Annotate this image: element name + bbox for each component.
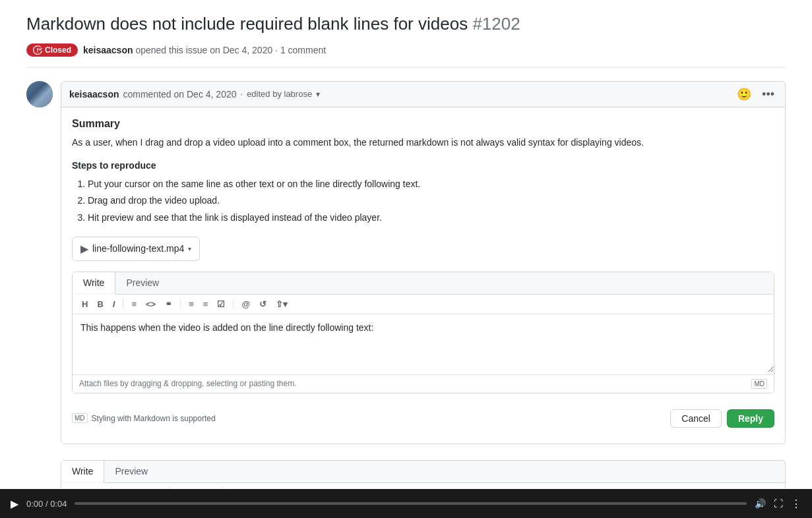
link-button[interactable]: ⚭ — [162, 299, 175, 310]
meta-opened-text: opened this issue on Dec 4, 2020 · 1 com… — [135, 45, 326, 55]
comment-more-button[interactable]: ••• — [759, 87, 777, 101]
attachment-button[interactable]: ⇧▾ — [273, 299, 290, 310]
ref-button[interactable]: ↺ — [257, 299, 269, 310]
play-button[interactable]: ▶ — [11, 498, 18, 510]
heading-button[interactable]: H — [79, 299, 90, 310]
reply-action-buttons: Cancel Reply — [670, 409, 774, 428]
volume-icon: 🔊 — [755, 498, 766, 509]
toolbar-divider — [123, 299, 123, 309]
issue-title-text: Markdown does not include required blank… — [26, 14, 468, 34]
issue-title: Markdown does not include required blank… — [26, 13, 786, 36]
editor-tabs: Write Preview — [73, 272, 774, 295]
markdown-badge-icon: MD — [72, 413, 88, 423]
second-tab-write[interactable]: Write — [61, 461, 104, 483]
reply-actions: MD Styling with Markdown is supported Ca… — [72, 404, 774, 433]
toolbar-divider-2 — [180, 299, 181, 309]
time-display: 0:00 / 0:04 — [26, 499, 67, 509]
video-file-icon: ▶ — [80, 243, 88, 255]
italic-button[interactable]: I — [110, 299, 118, 310]
second-editor-tabs: Write Preview — [61, 461, 785, 483]
cancel-button[interactable]: Cancel — [670, 409, 722, 428]
markdown-label-text: Styling with Markdown is supported — [92, 414, 216, 423]
task-list-button[interactable]: ☑ — [214, 299, 228, 310]
comment-username: keisaacson — [69, 89, 119, 100]
reply-editor: Write Preview H B I ≡ <> ⚭ ≡ ≡ ☑ @ — [72, 272, 774, 393]
list-item: Hit preview and see that the link is dis… — [88, 210, 774, 226]
emoji-reaction-button[interactable]: 🙂 — [734, 87, 754, 101]
comment-header: keisaacson commented on Dec 4, 2020 · ed… — [61, 82, 785, 107]
toolbar-divider-3 — [233, 299, 234, 309]
avatar-image — [26, 81, 53, 107]
reply-button[interactable]: Reply — [727, 409, 774, 428]
status-badge: Closed — [26, 43, 78, 57]
second-tab-preview[interactable]: Preview — [104, 461, 158, 483]
issue-meta: Closed keisaacson opened this issue on D… — [26, 43, 786, 68]
smiley-icon: 🙂 — [737, 88, 751, 101]
mention-button[interactable]: @ — [239, 299, 253, 310]
video-more-button[interactable]: ⋮ — [791, 498, 801, 510]
markdown-hint: MD Styling with Markdown is supported — [72, 413, 216, 423]
tab-preview[interactable]: Preview — [115, 272, 170, 295]
markdown-icon: MD — [751, 379, 767, 389]
ordered-list-button[interactable]: ≡ — [201, 299, 211, 310]
issue-number: #1202 — [472, 14, 520, 34]
attachment-chevron-icon: ▾ — [188, 245, 191, 252]
steps-list: Put your cursor on the same line as othe… — [72, 176, 774, 226]
bold-button[interactable]: B — [94, 299, 106, 310]
issue-meta-text: keisaacson opened this issue on Dec 4, 2… — [83, 45, 326, 55]
summary-text: As a user, when I drag and drop a video … — [72, 135, 774, 150]
unordered-list-button[interactable]: ≡ — [186, 299, 197, 310]
attachment-filename: line-following-text.mp4 — [92, 243, 184, 254]
comment-thread: keisaacson commented on Dec 4, 2020 · ed… — [26, 81, 786, 444]
fullscreen-icon: ⛶ — [774, 498, 783, 509]
comment-header-info: keisaacson commented on Dec 4, 2020 · ed… — [69, 89, 320, 100]
comment-header-actions: 🙂 ••• — [734, 87, 777, 101]
video-attachment[interactable]: ▶ line-following-text.mp4 ▾ — [72, 237, 200, 261]
meta-username-link[interactable]: keisaacson — [83, 45, 133, 55]
progress-bar[interactable] — [75, 502, 747, 505]
attach-hint: Attach files by dragging & dropping, sel… — [79, 379, 297, 388]
list-item: Put your cursor on the same line as othe… — [88, 176, 774, 192]
status-label: Closed — [45, 45, 71, 55]
volume-button[interactable]: 🔊 — [755, 498, 766, 509]
summary-heading: Summary — [72, 118, 774, 130]
editor-footer: Attach files by dragging & dropping, sel… — [73, 374, 774, 393]
more-icon: ••• — [762, 88, 774, 101]
fullscreen-button[interactable]: ⛶ — [774, 498, 783, 509]
quote-button[interactable]: ≡ — [129, 299, 139, 310]
comment-box: keisaacson commented on Dec 4, 2020 · ed… — [61, 81, 786, 444]
play-icon: ▶ — [11, 498, 18, 509]
video-more-icon: ⋮ — [791, 498, 801, 509]
comment-body: Summary As a user, when I drag and drop … — [61, 107, 785, 444]
code-button[interactable]: <> — [143, 299, 158, 310]
comment-edited-by: edited by labrose — [247, 89, 312, 99]
video-player-bar: ▶ 0:00 / 0:04 🔊 ⛶ ⋮ — [0, 489, 812, 518]
tab-write[interactable]: Write — [73, 272, 115, 295]
reply-textarea[interactable] — [73, 314, 774, 372]
editor-toolbar: H B I ≡ <> ⚭ ≡ ≡ ☑ @ ↺ ⇧▾ — [73, 295, 774, 314]
closed-icon — [33, 45, 42, 55]
list-item: Drag and drop the video upload. — [88, 192, 774, 209]
chevron-down-icon: ▾ — [316, 90, 320, 99]
avatar — [26, 81, 53, 107]
comment-action-text: commented on Dec 4, 2020 — [123, 89, 237, 100]
steps-heading: Steps to reproduce — [72, 160, 774, 171]
